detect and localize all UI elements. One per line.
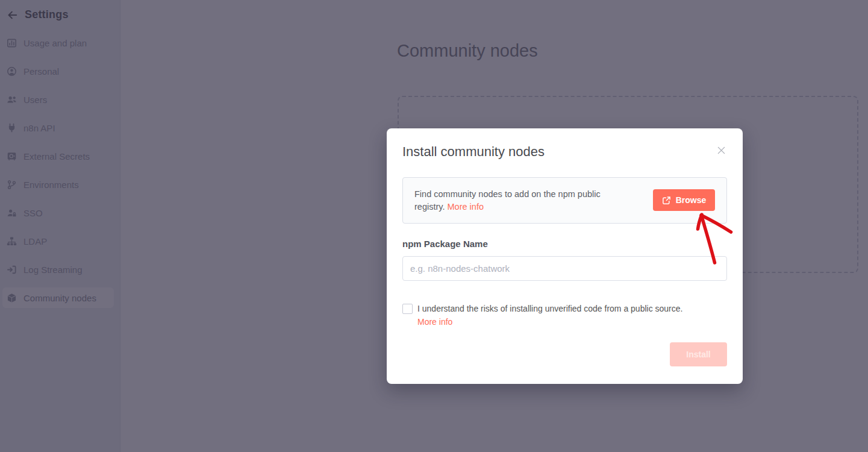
risk-checkbox-text: I understand the risks of installing unv… bbox=[417, 303, 707, 328]
npm-info-callout: Find community nodes to add on the npm p… bbox=[402, 177, 727, 224]
browse-button-label: Browse bbox=[676, 195, 707, 205]
risk-checkbox-label: I understand the risks of installing unv… bbox=[417, 304, 682, 313]
install-button[interactable]: Install bbox=[670, 342, 727, 366]
external-link-icon bbox=[662, 196, 671, 205]
install-community-nodes-modal: Install community nodes Find community n… bbox=[387, 128, 743, 384]
close-icon[interactable] bbox=[717, 146, 726, 155]
more-info-link[interactable]: More info bbox=[448, 202, 484, 212]
npm-info-text-main: Find community nodes to add on the npm p… bbox=[414, 189, 601, 212]
risk-more-info-link[interactable]: More info bbox=[417, 316, 452, 328]
browse-button[interactable]: Browse bbox=[653, 189, 715, 211]
risk-acknowledgement-row: I understand the risks of installing unv… bbox=[402, 303, 707, 328]
modal-title: Install community nodes bbox=[402, 144, 545, 160]
package-name-label: npm Package Name bbox=[402, 239, 488, 249]
risk-checkbox[interactable] bbox=[402, 304, 413, 314]
npm-info-text: Find community nodes to add on the npm p… bbox=[414, 188, 623, 213]
package-name-input[interactable] bbox=[402, 256, 727, 281]
